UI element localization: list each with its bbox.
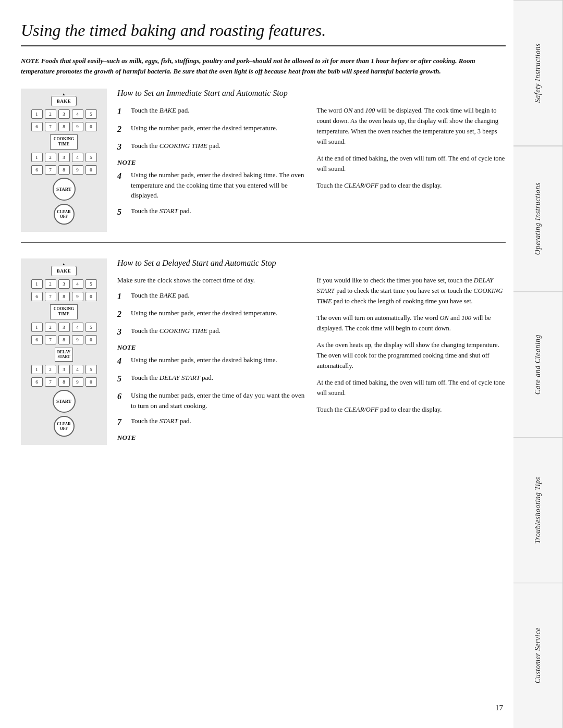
step-2-1: 1 Touch the BAKE pad. xyxy=(117,290,307,303)
step-1-4: 4 Using the number pads, enter the desir… xyxy=(117,170,307,201)
cooking-time-button-2: COOKINGTIME xyxy=(50,304,78,319)
steps-columns-2: Make sure the clock shows the correct ti… xyxy=(117,275,506,446)
bake-button-2: BAKE xyxy=(51,266,77,276)
instructions-delayed: How to Set a Delayed Start and Automatic… xyxy=(117,258,506,446)
delay-start-button: DELAYSTART xyxy=(55,348,74,362)
num-row-2c: 1 2 3 4 5 xyxy=(31,323,97,332)
start-button-1: START xyxy=(53,178,76,201)
num-row-2f: 6 7 8 9 0 xyxy=(31,377,97,387)
section-delayed: BAKE 1 2 3 4 5 6 7 8 9 0 COOKINGTIME 1 2… xyxy=(21,258,506,456)
step-2-2: 2 Using the number pads, enter the desir… xyxy=(117,308,307,320)
step-1-2: 2 Using the number pads, enter the desir… xyxy=(117,123,307,135)
num-row-1c: 1 2 3 4 5 xyxy=(31,153,97,162)
steps-left-2: Make sure the clock shows the correct ti… xyxy=(117,275,307,446)
oven-diagram-2: BAKE 1 2 3 4 5 6 7 8 9 0 COOKINGTIME 1 2… xyxy=(21,258,107,446)
side-tabs: Safety Instructions Operating Instructio… xyxy=(513,0,563,728)
page-title: Using the timed baking and roasting feat… xyxy=(21,21,506,46)
instructions-immediate: How to Set an Immediate Start and Automa… xyxy=(117,89,506,232)
section-immediate: BAKE 1 2 3 4 5 6 7 8 9 0 COOKINGTIME 1 2… xyxy=(21,89,506,243)
oven-diagram-1: BAKE 1 2 3 4 5 6 7 8 9 0 COOKINGTIME 1 2… xyxy=(21,89,107,232)
section2-title: How to Set a Delayed Start and Automatic… xyxy=(117,258,506,268)
note-label-1: NOTE xyxy=(117,158,307,167)
tab-troubleshooting[interactable]: Troubleshooting Tips xyxy=(513,437,563,583)
page-number: 17 xyxy=(495,704,503,712)
main-content: Using the timed baking and roasting feat… xyxy=(21,0,506,455)
bake-button-1: BAKE xyxy=(51,96,77,106)
steps-columns-1: 1 Touch the BAKE pad. 2 Using the number… xyxy=(117,105,506,224)
num-row-1a: 1 2 3 4 5 xyxy=(31,109,97,119)
num-row-1d: 6 7 8 9 0 xyxy=(31,165,97,175)
steps-left-1: 1 Touch the BAKE pad. 2 Using the number… xyxy=(117,105,307,224)
step-2-7: 7 Touch the START pad. xyxy=(117,416,307,428)
note-label-3: NOTE xyxy=(117,434,307,442)
tab-customer-service[interactable]: Customer Service xyxy=(513,583,563,728)
steps-right-2: If you would like to check the times you… xyxy=(317,275,506,446)
clear-button-1: CLEAROFF xyxy=(54,204,75,225)
clear-button-2: CLEAROFF xyxy=(54,416,75,437)
num-row-1b: 6 7 8 9 0 xyxy=(31,122,97,131)
step-1-1: 1 Touch the BAKE pad. xyxy=(117,105,307,118)
num-row-2b: 6 7 8 9 0 xyxy=(31,292,97,301)
step-2-6: 6 Using the number pads, enter the time … xyxy=(117,390,307,411)
start-button-2: START xyxy=(53,390,76,413)
step-2-3: 3 Touch the COOKING TIME pad. xyxy=(117,326,307,338)
tab-safety[interactable]: Safety Instructions xyxy=(513,0,563,146)
steps-right-1: The word ON and 100 will be displayed. T… xyxy=(317,105,506,224)
num-row-2a: 1 2 3 4 5 xyxy=(31,279,97,289)
section1-title: How to Set an Immediate Start and Automa… xyxy=(117,89,506,98)
top-note: NOTE Foods that spoil easily–such as mil… xyxy=(21,56,506,76)
num-row-2d: 6 7 8 9 0 xyxy=(31,335,97,344)
make-sure-text: Make sure the clock shows the correct ti… xyxy=(117,275,307,286)
step-1-3: 3 Touch the COOKING TIME pad. xyxy=(117,141,307,153)
step-2-4: 4 Using the number pads, enter the desir… xyxy=(117,355,307,367)
step-2-5: 5 Touch the DELAY START pad. xyxy=(117,373,307,385)
tab-care-cleaning[interactable]: Care and Cleaning xyxy=(513,291,563,437)
num-row-2e: 1 2 3 4 5 xyxy=(31,365,97,374)
note-label-2: NOTE xyxy=(117,343,307,352)
cooking-time-button-1: COOKINGTIME xyxy=(50,134,78,150)
tab-operating[interactable]: Operating Instructions xyxy=(513,146,563,291)
step-1-5: 5 Touch the START pad. xyxy=(117,206,307,218)
